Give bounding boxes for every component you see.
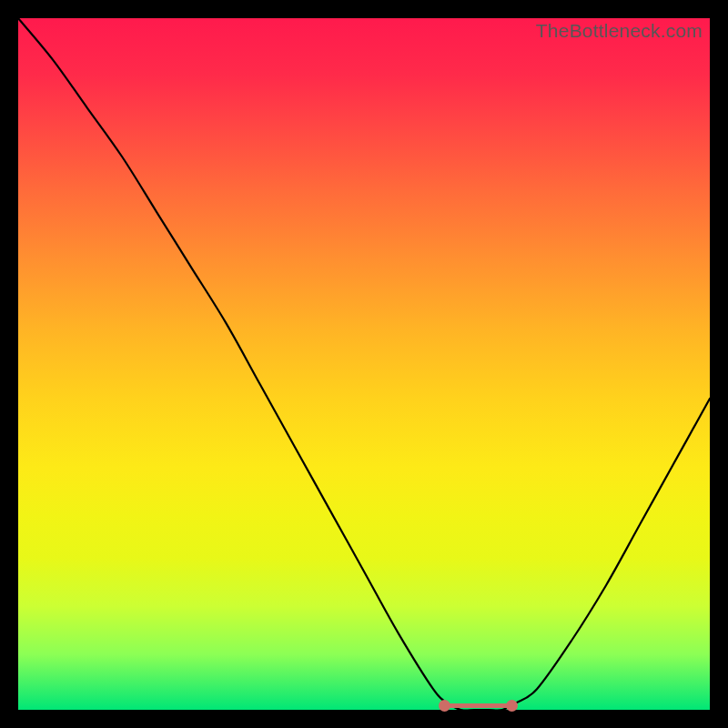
plot-area: TheBottleneck.com [18, 18, 710, 710]
optimal-range-end-icon [506, 700, 518, 712]
optimal-range-start-icon [439, 700, 450, 712]
optimal-range-marker [440, 699, 517, 712]
bottleneck-curve [18, 18, 710, 710]
chart-frame: TheBottleneck.com [0, 0, 728, 728]
